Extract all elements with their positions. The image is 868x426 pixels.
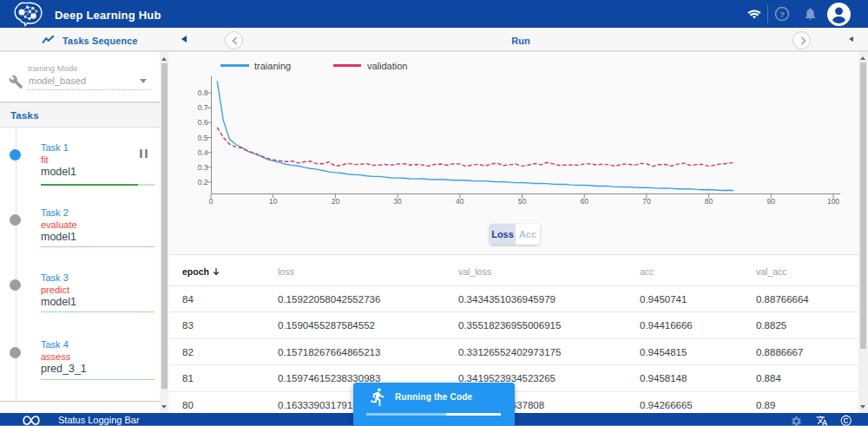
svg-text:100: 100 <box>827 197 839 206</box>
svg-text:?: ? <box>779 10 785 19</box>
svg-text:0.3: 0.3 <box>198 163 208 172</box>
svg-text:0.7: 0.7 <box>198 103 208 112</box>
svg-text:0.5: 0.5 <box>198 134 208 142</box>
svg-text:50: 50 <box>518 197 527 206</box>
svg-text:0.6: 0.6 <box>198 118 208 127</box>
svg-text:10: 10 <box>269 197 278 206</box>
svg-text:80: 80 <box>705 197 713 206</box>
svg-text:0.2: 0.2 <box>198 178 208 187</box>
svg-text:validation: validation <box>367 61 407 71</box>
svg-text:60: 60 <box>580 197 589 206</box>
svg-text:90: 90 <box>767 197 776 206</box>
svg-text:traianing: traianing <box>254 61 291 71</box>
svg-text:40: 40 <box>456 197 464 206</box>
svg-text:30: 30 <box>393 197 402 206</box>
svg-text:70: 70 <box>642 197 651 206</box>
svg-text:0.8: 0.8 <box>198 88 208 97</box>
svg-text:20: 20 <box>332 197 340 206</box>
svg-text:0.4: 0.4 <box>198 148 208 157</box>
svg-text:0: 0 <box>209 197 214 206</box>
